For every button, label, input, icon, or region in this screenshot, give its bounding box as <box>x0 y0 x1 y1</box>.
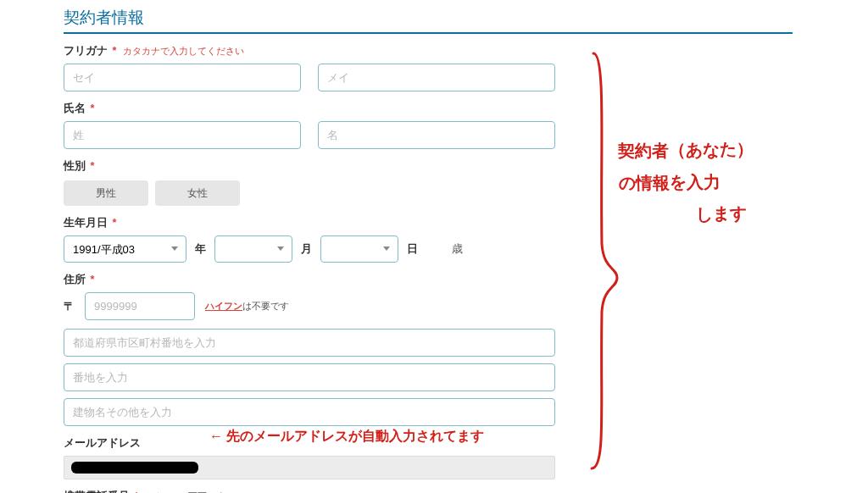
phone-label: 携帯電話番号 * ハイフンは不要です <box>64 490 572 493</box>
dob-label: 生年月日 * <box>64 216 572 230</box>
dob-month-unit: 月 <box>301 242 312 257</box>
gender-female-button[interactable]: 女性 <box>155 180 240 206</box>
email-redacted <box>71 462 198 474</box>
section-title: 契約者情報 <box>64 7 793 34</box>
dob-month-select[interactable] <box>214 235 292 263</box>
email-readonly-field <box>64 456 555 479</box>
postal-mark: 〒 <box>64 299 75 314</box>
furigana-hint: カタカナで入力してください <box>123 46 244 56</box>
dob-day-select[interactable] <box>320 235 398 263</box>
name-sei-input[interactable] <box>64 121 301 149</box>
address-line1-input[interactable] <box>64 329 555 357</box>
required-mark: * <box>90 274 94 285</box>
address-line2-input[interactable] <box>64 363 555 391</box>
required-mark: * <box>112 217 116 229</box>
address-line3-input[interactable] <box>64 398 555 426</box>
furigana-label: フリガナ * カタカナで入力してください <box>64 44 572 58</box>
hyphen-link[interactable]: ハイフン <box>205 301 242 311</box>
name-mei-input[interactable] <box>318 121 555 149</box>
required-mark: * <box>90 160 94 172</box>
annotation-side: 契約者（あなた） の情報を入力 します <box>618 133 755 232</box>
dob-day-unit: 日 <box>407 242 418 257</box>
required-mark: * <box>90 102 94 114</box>
address-label: 住所 * <box>64 273 572 287</box>
gender-label: 性別 * <box>64 159 572 174</box>
postal-input[interactable] <box>85 292 195 320</box>
required-mark: * <box>112 45 116 57</box>
furigana-mei-input[interactable] <box>318 64 555 91</box>
gender-male-button[interactable]: 男性 <box>64 180 148 206</box>
dob-year-unit: 年 <box>195 242 206 257</box>
name-label: 氏名 * <box>64 102 572 116</box>
postal-hyphen-note: ハイフンは不要です <box>205 300 289 313</box>
furigana-sei-input[interactable] <box>64 64 301 91</box>
dob-age-unit: 歳 <box>452 242 463 257</box>
annotation-bracket <box>585 49 619 473</box>
annotation-email: ← 先のメールアドレスが自動入力されてます <box>209 428 484 446</box>
dob-year-select[interactable]: 1991/平成03 <box>64 235 186 263</box>
